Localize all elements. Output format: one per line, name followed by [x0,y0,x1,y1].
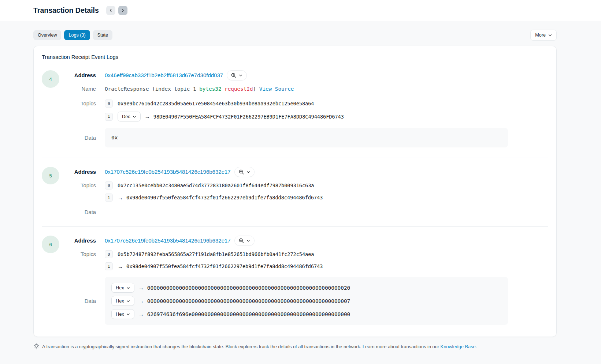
knowledge-base-link[interactable]: Knowledge Base [441,344,476,349]
address-zoom-button[interactable] [234,236,255,246]
address-link[interactable]: 0x46eff99cab332f1b2eb2ff6813d67e7d30fdd0… [105,71,223,79]
page: Transaction Details OverviewLogs (3)Stat… [0,0,601,364]
encoding-select-label: Hex [116,298,124,304]
topics-label: Topics [59,181,96,189]
more-dropdown-button[interactable]: More [530,30,557,41]
tab-bar: OverviewLogs (3)State [33,30,112,41]
topic-index-badge: 0 [105,100,113,108]
data-box: Hex→000000000000000000000000000000000000… [105,277,508,325]
topic-line: 00x9e9bc7616d42c2835d05ae617e508454e63b3… [105,100,344,108]
topic-value: 0x5b72487f892feba565865a27f191da8fb1e852… [118,251,314,257]
chevron-down-icon [126,312,130,316]
address-zoom-button[interactable] [227,70,247,80]
topics-list: 00x7cc135e0cebb02c3480ae5d74d377283180a2… [105,181,323,202]
topics-list: 00x9e9bc7616d42c2835d05ae617e508454e63b3… [105,100,344,121]
main-content: OverviewLogs (3)State More Transaction R… [0,21,601,364]
data-label: Data [59,297,96,305]
footer-text-suffix: . [476,344,477,349]
tab-state[interactable]: State [93,30,112,41]
log-badge-column: 5 [42,167,59,216]
address-content: 0x1707c526e19fe0b254193b5481426c196b632e… [105,236,255,246]
address-row: Address0x46eff99cab332f1b2eb2ff6813d67e7… [59,70,548,80]
name-row: NameOracleResponse (index_topic_1 bytes3… [59,85,548,93]
zoom-plus-icon [239,238,244,243]
data-word-value: 626974636f696e00000000000000000000000000… [147,311,350,317]
encoding-select-label: Hex [116,285,124,290]
log-badge-column: 6 [42,236,59,325]
data-word-line: Hex→626974636f696e0000000000000000000000… [111,309,501,319]
event-param-type: bytes32 [199,86,221,92]
topics-label: Topics [59,100,96,108]
chevron-left-icon [109,8,113,12]
chevron-down-icon [239,74,242,77]
topic-index-badge: 1 [105,262,113,270]
page-title: Transaction Details [33,6,99,15]
data-label: Data [59,134,96,142]
chevron-down-icon [126,286,130,290]
topic-line: 1→0x98de04907f550fea584fcf4732f01f266229… [105,194,323,202]
log-badge-column: 4 [42,70,59,147]
log-entry-rows: Address0x1707c526e19fe0b254193b5481426c1… [59,236,548,325]
log-entry: 5Address0x1707c526e19fe0b254193b5481426c… [42,158,548,226]
log-list: 4Address0x46eff99cab332f1b2eb2ff6813d67e… [42,70,548,327]
event-signature-suffix: ) [253,86,256,92]
more-button-label: More [535,33,546,38]
arrow-right-icon: → [118,195,123,200]
topic-index-badge: 1 [105,194,113,202]
card-title: Transaction Receipt Event Logs [42,54,548,60]
encoding-select-label: Dec [122,114,130,119]
log-entry: 6Address0x1707c526e19fe0b254193b5481426c… [42,226,548,327]
topics-row: Topics00x7cc135e0cebb02c3480ae5d74d37728… [59,181,548,202]
topic-index-badge: 0 [105,250,113,258]
event-signature-prefix: OracleResponse (index_topic_1 [105,86,199,92]
topics-list: 00x5b72487f892feba565865a27f191da8fb1e85… [105,250,323,270]
data-word-line: Hex→000000000000000000000000000000000000… [111,296,501,306]
chevron-right-icon [121,8,125,12]
encoding-select-label: Hex [116,311,124,317]
address-row: Address0x1707c526e19fe0b254193b5481426c1… [59,236,548,246]
footer-text-body: A transaction is a cryptographically sig… [42,344,441,349]
address-link[interactable]: 0x1707c526e19fe0b254193b5481426c196b632e… [105,237,231,245]
zoom-plus-icon [231,73,236,78]
topic-line: 1Dec→98DE04907F550FEA584FCF4732F01F26622… [105,112,344,121]
data-label: Data [59,208,96,216]
encoding-select[interactable]: Hex [111,283,134,293]
chevron-down-icon [126,299,130,303]
address-zoom-button[interactable] [234,167,255,177]
tab-overview[interactable]: Overview [33,30,61,41]
next-transaction-button[interactable] [118,6,127,15]
lightbulb-icon [33,344,40,350]
data-word-line: Hex→000000000000000000000000000000000000… [111,283,501,293]
data-row: Data [59,208,548,216]
chevron-down-icon [246,170,250,174]
event-param-name: requestId [225,86,253,92]
topic-line: 00x7cc135e0cebb02c3480ae5d74d377283180a2… [105,181,323,189]
encoding-select[interactable]: Hex [111,309,134,319]
encoding-select[interactable]: Dec [118,112,141,121]
log-index-badge: 5 [42,167,59,184]
data-row: Data0x [59,128,548,147]
page-footer: A transaction is a cryptographically sig… [33,344,557,364]
topic-value: 0x98de04907f550fea584fcf4732f01f2662297e… [126,195,323,200]
address-content: 0x46eff99cab332f1b2eb2ff6813d67e7d30fdd0… [105,70,247,80]
event-signature: OracleResponse (index_topic_1 bytes32 re… [105,85,294,93]
log-entry-rows: Address0x46eff99cab332f1b2eb2ff6813d67e7… [59,70,548,147]
address-label: Address [59,71,96,79]
encoding-select[interactable]: Hex [111,296,134,306]
page-header: Transaction Details [0,0,601,21]
arrow-right-icon: → [118,264,123,269]
topic-line: 00x5b72487f892feba565865a27f191da8fb1e85… [105,250,323,258]
chevron-down-icon [133,115,136,119]
view-source-link[interactable]: View Source [259,86,294,92]
chevron-down-icon [548,33,552,37]
topic-value: 0x9e9bc7616d42c2835d05ae617e508454e63b30… [118,101,314,106]
tab-logs-3[interactable]: Logs (3) [64,30,90,41]
data-word-value: 0000000000000000000000000000000000000000… [147,285,350,291]
address-label: Address [59,168,96,176]
data-word-value: 0000000000000000000000000000000000000000… [147,298,350,304]
log-index-badge: 6 [42,236,59,253]
log-index-badge: 4 [42,70,59,88]
address-link[interactable]: 0x1707c526e19fe0b254193b5481426c196b632e… [105,168,231,176]
previous-transaction-button[interactable] [106,6,115,15]
log-entry-rows: Address0x1707c526e19fe0b254193b5481426c1… [59,167,548,216]
